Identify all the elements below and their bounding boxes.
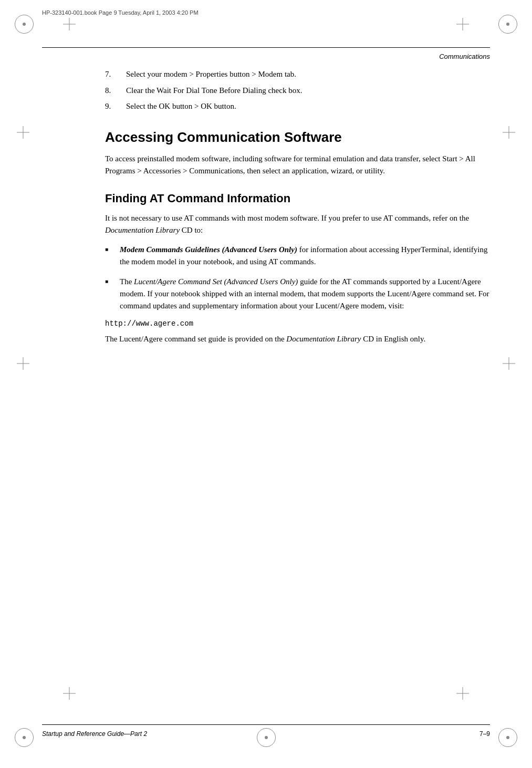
section1-body: To access preinstalled modem software, i… [105,153,490,178]
list-item-8: 8. Clear the Wait For Dial Tone Before D… [105,85,490,97]
cross-mark-rm [503,357,515,370]
bullet-item-2: ■ The Lucent/Agere Command Set (Advanced… [105,276,490,313]
bullet-content-2: The Lucent/Agere Command Set (Advanced U… [120,276,490,313]
list-item-9: 9. Select the OK button > OK button. [105,100,490,112]
cross-mark-tr [456,18,469,30]
reg-mark-tr [498,15,517,34]
footer-left: Startup and Reference Guide—Part 2 [42,730,147,738]
main-content: 7. Select your modem > Properties button… [105,68,490,353]
item-text-8: Clear the Wait For Dial Tone Before Dial… [126,85,490,97]
reg-mark-bl [15,728,34,747]
section-header: Communications [439,53,490,60]
item-text-7: Select your modem > Properties button > … [126,68,490,80]
top-bar-label: HP-323140-001.book Page 9 Tuesday, April… [42,9,199,16]
reg-mark-tl [15,15,34,34]
item-num-9: 9. [105,100,126,112]
section2-closing: The Lucent/Agere command set guide is pr… [105,333,490,345]
page: HP-323140-001.book Page 9 Tuesday, April… [0,0,532,768]
section2-heading: Finding AT Command Information [105,192,490,205]
cross-mark-ll [17,126,29,139]
cross-mark-lm [17,357,29,370]
bullet-item-1: ■ Modem Commands Guidelines (Advanced Us… [105,244,490,268]
cross-mark-rl [503,126,515,139]
bullet-list: ■ Modem Commands Guidelines (Advanced Us… [105,244,490,312]
footer-rule [42,724,490,725]
header-rule [42,47,490,48]
bullet-icon-1: ■ [105,245,116,268]
bullet-content-1: Modem Commands Guidelines (Advanced User… [120,244,490,268]
list-item-7: 7. Select your modem > Properties button… [105,68,490,80]
item-num-7: 7. [105,68,126,80]
cross-mark-bm2 [456,687,469,700]
item-text-9: Select the OK button > OK button. [126,100,490,112]
reg-mark-br [498,728,517,747]
url-text: http://www.agere.com [105,319,490,328]
section2-intro: It is not necessary to use AT commands w… [105,212,490,237]
reg-mark-bm [257,728,276,747]
cross-mark-bl2 [63,687,76,700]
section1-heading: Accessing Communication Software [105,129,490,146]
footer-right: 7–9 [479,730,490,738]
item-num-8: 8. [105,85,126,97]
cross-mark-tl2 [63,18,76,30]
bullet-icon-2: ■ [105,277,116,313]
